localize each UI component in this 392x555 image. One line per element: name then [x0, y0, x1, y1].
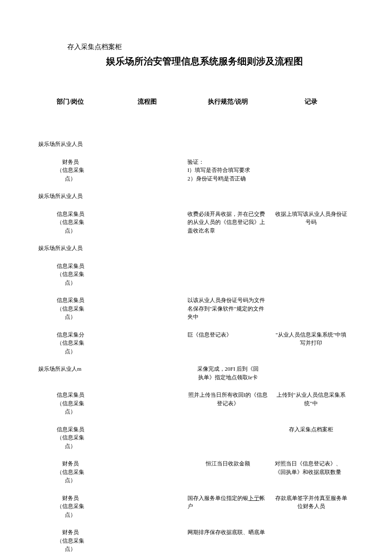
department-cell: 信息采集员（信息采集点） — [30, 296, 111, 321]
record-cell: 上传到"从业人员信息采集系统"中 — [273, 391, 349, 407]
department-cell: 信息采集分（信息采集点） — [30, 331, 111, 356]
department-cell: 财务员（信息采集点） — [30, 459, 111, 485]
table-row: 财务员（信息采集点）恒江当日收款金额对照当日《信息登记表》、《回执单》和收据底联… — [30, 459, 362, 485]
table-row: 娱乐场所从业人员 — [30, 140, 362, 148]
table-row: 财务员（信息采集点）网期排序保存收据底联、晒底单 — [30, 528, 362, 553]
department-cell: 信息采集员（信息采集点） — [30, 262, 111, 287]
department-cell: 信息采集员（信息采集点） — [30, 425, 111, 450]
spec-cell: 巨《信息登记表》 — [183, 331, 273, 339]
department-cell: 娱乐场所从业人员 — [30, 140, 111, 148]
department-cell: 财务员（信息采集点） — [30, 158, 111, 183]
table-row: 信息采集员（信息采集点）以该从业人员身份证号码为文件名保存到"采像软件"规定的文… — [30, 296, 362, 321]
spec-cell: 照并上传当日所有收回I的《信息登记表》 — [183, 391, 273, 407]
department-cell: 财务员（信息采集点） — [30, 528, 111, 553]
record-cell: 对照当日《信息登记表》、《回执单》和收据底联数量 — [273, 459, 349, 476]
pre-title: 存入采集点档案柜 — [67, 43, 362, 52]
header-flowchart: 流程图 — [111, 98, 183, 106]
record-cell: 存入采集点档案柜 — [273, 425, 349, 434]
department-cell: 信息采集员（信息采集点） — [30, 210, 111, 235]
department-cell: 财务员（信息采集点） — [30, 494, 111, 519]
spec-cell: 验证：I）填写是否符合填写要求2）身份证号鸥是否正确 — [183, 158, 273, 183]
process-table: 部门/岗位 流程图 执行规范/说明 记录 娱乐场所从业人员财务员（信息采集点）验… — [30, 98, 362, 553]
record-cell: 收据上填写该从业人员身份证号码 — [273, 210, 349, 227]
spec-cell: 以该从业人员身份证号码为文件名保存到"采像软件"规定的文件夹中 — [183, 296, 273, 321]
table-row: 信息采集员（信息采集点）存入采集点档案柜 — [30, 425, 362, 450]
header-spec: 执行规范/说明 — [183, 98, 273, 106]
spec-cell: 国存入服务单位指定的银卜亍帐户 — [183, 494, 273, 511]
table-row: 信息采集员（信息采集点）收费必须开具收据，并在已交费的从业人员的《信息登记我》上… — [30, 210, 362, 235]
table-row: 财务员（信息采集点）国存入服务单位指定的银卜亍帐户存款底单签字并传真至服务单位财… — [30, 494, 362, 519]
spec-cell: 恒江当日收款金额 — [183, 459, 273, 468]
record-cell: "从业人员信息采集系统"中填写并打印 — [273, 331, 349, 347]
department-cell: 娱乐场所从业人m — [30, 365, 111, 373]
main-title: 娱乐场所治安管理信息系统服务细则涉及流程图 — [47, 55, 362, 68]
table-header-row: 部门/岗位 流程图 执行规范/说明 记录 — [30, 98, 362, 106]
table-row: 财务员（信息采集点）验证：I）填写是否符合填写要求2）身份证号鸥是否正确 — [30, 158, 362, 183]
spec-cell: 收费必须开具收据，并在已交费的从业人员的《信息登记我》上盖收讫名章 — [183, 210, 273, 235]
table-row: 信息采集员（信息采集点）照并上传当日所有收回I的《信息登记表》上传到"从业人员信… — [30, 391, 362, 416]
record-cell: 存款底单签字并传真至服务单位财务人员 — [273, 494, 349, 511]
department-cell: 娱乐场所从业人员 — [30, 244, 111, 253]
spec-cell: 网期排序保存收据底联、晒底单 — [183, 528, 273, 537]
table-row: 信息采集员（信息采集点） — [30, 262, 362, 287]
spec-cell: 采像完成，20FI 后到《回执单》指定地点领取Ie卡 — [183, 365, 273, 381]
header-department: 部门/岗位 — [30, 98, 111, 106]
department-cell: 娱乐场所从业人员 — [30, 192, 111, 200]
table-row: 娱乐场所从业人员 — [30, 192, 362, 200]
table-row: 娱乐场所从业人m采像完成，20FI 后到《回执单》指定地点领取Ie卡 — [30, 365, 362, 381]
header-record: 记录 — [273, 98, 349, 106]
table-row: 信息采集分（信息采集点）巨《信息登记表》"从业人员信息采集系统"中填写并打印 — [30, 331, 362, 356]
department-cell: 信息采集员（信息采集点） — [30, 391, 111, 416]
table-row: 娱乐场所从业人员 — [30, 244, 362, 253]
